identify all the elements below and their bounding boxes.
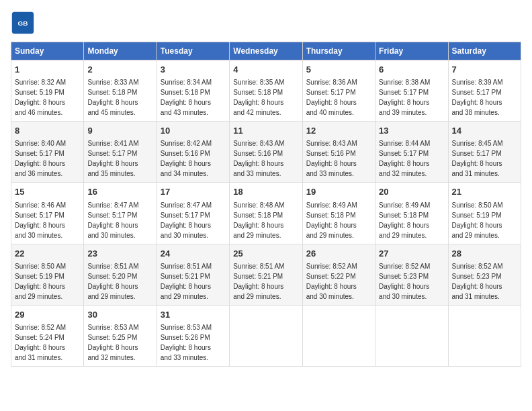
day-number: 18 (233, 186, 298, 198)
day-number: 29 (15, 309, 80, 321)
day-detail: Sunrise: 8:34 AM Sunset: 5:18 PM Dayligh… (161, 79, 212, 116)
day-number: 6 (379, 64, 444, 76)
day-detail: Sunrise: 8:51 AM Sunset: 5:21 PM Dayligh… (161, 263, 212, 300)
day-detail: Sunrise: 8:35 AM Sunset: 5:18 PM Dayligh… (233, 79, 284, 116)
day-detail: Sunrise: 8:53 AM Sunset: 5:26 PM Dayligh… (161, 324, 212, 361)
day-number: 4 (233, 64, 298, 76)
col-header-thursday: Thursday (302, 42, 375, 60)
day-detail: Sunrise: 8:33 AM Sunset: 5:18 PM Dayligh… (87, 79, 138, 116)
col-header-friday: Friday (375, 42, 448, 60)
week-row-1: 1Sunrise: 8:32 AM Sunset: 5:19 PM Daylig… (11, 60, 521, 122)
col-header-wednesday: Wednesday (230, 42, 302, 60)
day-detail: Sunrise: 8:41 AM Sunset: 5:17 PM Dayligh… (87, 140, 138, 177)
day-detail: Sunrise: 8:50 AM Sunset: 5:19 PM Dayligh… (452, 201, 503, 239)
day-cell: 6Sunrise: 8:38 AM Sunset: 5:17 PM Daylig… (375, 60, 448, 122)
day-cell: 18Sunrise: 8:48 AM Sunset: 5:18 PM Dayli… (230, 183, 302, 244)
day-detail: Sunrise: 8:48 AM Sunset: 5:18 PM Dayligh… (233, 201, 284, 239)
day-number: 21 (452, 186, 517, 198)
day-cell: 14Sunrise: 8:45 AM Sunset: 5:17 PM Dayli… (448, 122, 521, 183)
day-number: 26 (306, 248, 371, 260)
day-number: 22 (15, 248, 80, 260)
day-detail: Sunrise: 8:40 AM Sunset: 5:17 PM Dayligh… (15, 140, 66, 177)
logo-icon: GB (11, 11, 35, 35)
day-number: 23 (87, 248, 152, 260)
day-cell: 21Sunrise: 8:50 AM Sunset: 5:19 PM Dayli… (448, 183, 521, 244)
day-cell: 22Sunrise: 8:50 AM Sunset: 5:19 PM Dayli… (11, 244, 84, 305)
day-number: 19 (306, 186, 371, 198)
day-cell: 29Sunrise: 8:52 AM Sunset: 5:24 PM Dayli… (11, 305, 84, 366)
day-number: 20 (379, 186, 444, 198)
day-detail: Sunrise: 8:53 AM Sunset: 5:25 PM Dayligh… (87, 324, 138, 361)
day-number: 8 (15, 125, 80, 137)
week-row-4: 22Sunrise: 8:50 AM Sunset: 5:19 PM Dayli… (11, 244, 521, 305)
day-cell: 10Sunrise: 8:42 AM Sunset: 5:16 PM Dayli… (157, 122, 229, 183)
day-number: 14 (452, 125, 517, 137)
day-detail: Sunrise: 8:52 AM Sunset: 5:24 PM Dayligh… (15, 324, 66, 361)
day-cell: 26Sunrise: 8:52 AM Sunset: 5:22 PM Dayli… (302, 244, 375, 305)
day-number: 31 (161, 309, 226, 321)
day-number: 28 (452, 248, 517, 260)
day-cell: 31Sunrise: 8:53 AM Sunset: 5:26 PM Dayli… (157, 305, 229, 366)
day-detail: Sunrise: 8:32 AM Sunset: 5:19 PM Dayligh… (15, 79, 66, 116)
day-detail: Sunrise: 8:43 AM Sunset: 5:16 PM Dayligh… (306, 140, 357, 177)
day-detail: Sunrise: 8:47 AM Sunset: 5:17 PM Dayligh… (87, 201, 138, 239)
day-number: 13 (379, 125, 444, 137)
day-detail: Sunrise: 8:39 AM Sunset: 5:17 PM Dayligh… (452, 79, 503, 116)
calendar-table: SundayMondayTuesdayWednesdayThursdayFrid… (11, 42, 521, 367)
day-detail: Sunrise: 8:49 AM Sunset: 5:18 PM Dayligh… (306, 201, 357, 239)
day-detail: Sunrise: 8:51 AM Sunset: 5:21 PM Dayligh… (233, 263, 284, 300)
day-cell (375, 305, 448, 366)
day-cell: 27Sunrise: 8:52 AM Sunset: 5:23 PM Dayli… (375, 244, 448, 305)
day-cell: 15Sunrise: 8:46 AM Sunset: 5:17 PM Dayli… (11, 183, 84, 244)
day-detail: Sunrise: 8:43 AM Sunset: 5:16 PM Dayligh… (233, 140, 284, 177)
day-number: 5 (306, 64, 371, 76)
day-cell: 5Sunrise: 8:36 AM Sunset: 5:17 PM Daylig… (302, 60, 375, 122)
col-header-saturday: Saturday (448, 42, 521, 60)
day-number: 24 (161, 248, 226, 260)
page-header: GB (11, 11, 521, 35)
day-cell: 13Sunrise: 8:44 AM Sunset: 5:17 PM Dayli… (375, 122, 448, 183)
day-detail: Sunrise: 8:52 AM Sunset: 5:23 PM Dayligh… (452, 263, 503, 300)
day-detail: Sunrise: 8:36 AM Sunset: 5:17 PM Dayligh… (306, 79, 357, 116)
day-number: 7 (452, 64, 517, 76)
day-cell (230, 305, 302, 366)
day-cell: 9Sunrise: 8:41 AM Sunset: 5:17 PM Daylig… (84, 122, 157, 183)
day-cell: 12Sunrise: 8:43 AM Sunset: 5:16 PM Dayli… (302, 122, 375, 183)
day-cell: 30Sunrise: 8:53 AM Sunset: 5:25 PM Dayli… (84, 305, 157, 366)
col-header-tuesday: Tuesday (157, 42, 229, 60)
day-cell: 4Sunrise: 8:35 AM Sunset: 5:18 PM Daylig… (230, 60, 302, 122)
day-detail: Sunrise: 8:42 AM Sunset: 5:16 PM Dayligh… (161, 140, 212, 177)
day-cell: 24Sunrise: 8:51 AM Sunset: 5:21 PM Dayli… (157, 244, 229, 305)
day-number: 1 (15, 64, 80, 76)
day-cell (448, 305, 521, 366)
day-number: 10 (161, 125, 226, 137)
day-number: 15 (15, 186, 80, 198)
week-row-3: 15Sunrise: 8:46 AM Sunset: 5:17 PM Dayli… (11, 183, 521, 244)
svg-text:GB: GB (18, 19, 28, 27)
day-number: 16 (87, 186, 152, 198)
day-cell: 23Sunrise: 8:51 AM Sunset: 5:20 PM Dayli… (84, 244, 157, 305)
day-cell: 17Sunrise: 8:47 AM Sunset: 5:17 PM Dayli… (157, 183, 229, 244)
day-detail: Sunrise: 8:52 AM Sunset: 5:22 PM Dayligh… (306, 263, 357, 300)
day-cell: 25Sunrise: 8:51 AM Sunset: 5:21 PM Dayli… (230, 244, 302, 305)
week-row-5: 29Sunrise: 8:52 AM Sunset: 5:24 PM Dayli… (11, 305, 521, 366)
day-detail: Sunrise: 8:49 AM Sunset: 5:18 PM Dayligh… (379, 201, 430, 239)
day-number: 9 (87, 125, 152, 137)
day-number: 27 (379, 248, 444, 260)
day-detail: Sunrise: 8:47 AM Sunset: 5:17 PM Dayligh… (161, 201, 212, 239)
day-detail: Sunrise: 8:38 AM Sunset: 5:17 PM Dayligh… (379, 79, 430, 116)
day-cell: 19Sunrise: 8:49 AM Sunset: 5:18 PM Dayli… (302, 183, 375, 244)
day-cell: 20Sunrise: 8:49 AM Sunset: 5:18 PM Dayli… (375, 183, 448, 244)
day-cell: 2Sunrise: 8:33 AM Sunset: 5:18 PM Daylig… (84, 60, 157, 122)
day-detail: Sunrise: 8:44 AM Sunset: 5:17 PM Dayligh… (379, 140, 430, 177)
col-header-monday: Monday (84, 42, 157, 60)
day-cell: 11Sunrise: 8:43 AM Sunset: 5:16 PM Dayli… (230, 122, 302, 183)
day-cell: 28Sunrise: 8:52 AM Sunset: 5:23 PM Dayli… (448, 244, 521, 305)
day-number: 11 (233, 125, 298, 137)
day-number: 17 (161, 186, 226, 198)
day-number: 3 (161, 64, 226, 76)
day-detail: Sunrise: 8:50 AM Sunset: 5:19 PM Dayligh… (15, 263, 66, 300)
day-cell: 1Sunrise: 8:32 AM Sunset: 5:19 PM Daylig… (11, 60, 84, 122)
col-header-sunday: Sunday (11, 42, 84, 60)
day-detail: Sunrise: 8:45 AM Sunset: 5:17 PM Dayligh… (452, 140, 503, 177)
